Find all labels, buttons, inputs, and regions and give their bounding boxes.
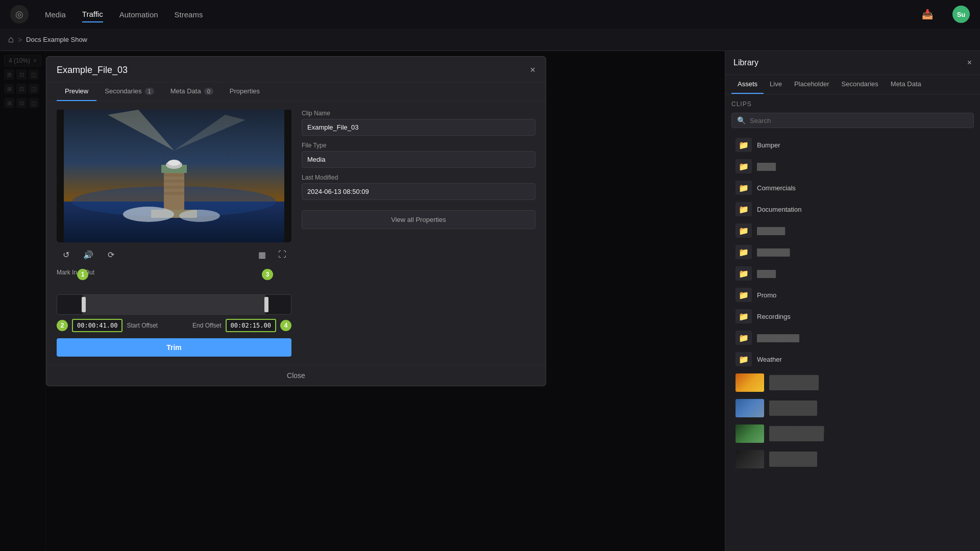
library-body: Clips 🔍 📁 Bumper 📁 ████ 📁 Commercials [725,94,980,551]
video-section: ↺ 🔊 ⟳ ▦ ⛶ Mark In & Out [57,110,291,357]
svg-rect-9 [164,192,184,195]
tab-secondaries[interactable]: Secondaries 1 [96,82,162,101]
modal-body: ↺ 🔊 ⟳ ▦ ⛶ Mark In & Out [46,102,546,365]
folder-name-documentation: Documentation [757,206,801,213]
folder-commercials[interactable]: 📁 Commercials [731,177,974,198]
nav-streams[interactable]: Streams [175,7,203,22]
last-modified-input[interactable] [302,183,535,200]
thumb-cool-2 [736,399,764,417]
folder-10[interactable]: 📁 █████████ [731,327,974,348]
thumb-item-2[interactable]: ████████████████████████ [731,395,974,421]
file-type-row: File Type [302,142,535,168]
lib-tab-live[interactable]: Live [764,75,788,94]
volume-button[interactable]: 🔊 [80,246,96,263]
thumb-box-2 [736,399,764,417]
folder-promo[interactable]: 📁 Promo [731,284,974,306]
lighthouse-image [57,110,291,242]
folder-name-2: ████ [757,163,776,170]
top-navigation: ◎ Media Traffic Automation Streams 📥 Su [0,0,980,29]
svg-rect-7 [164,180,184,183]
folder-5[interactable]: 📁 ██████ [731,220,974,241]
modal-footer: Close [46,365,546,386]
thumb-text-2: ████████████████████████ [769,400,817,416]
last-modified-row: Last Modified [302,174,535,200]
folder-name-10: █████████ [757,334,799,342]
tab-preview[interactable]: Preview [57,82,96,101]
metadata-badge: 0 [204,88,213,95]
file-type-input[interactable] [302,151,535,168]
lib-tab-placeholder[interactable]: Placeholder [788,75,836,94]
thumb-box-1 [736,373,764,392]
folder-2[interactable]: 📁 ████ [731,156,974,177]
folder-name-commercials: Commercials [757,184,796,192]
inbox-icon[interactable]: 📥 [919,6,936,23]
fullscreen-button[interactable]: ⛶ [274,246,290,263]
offset-left: 2 00:00:41.00 Start Offset [57,319,158,332]
tab-properties[interactable]: Properties [222,82,268,101]
thumb-warm-1 [736,373,764,392]
last-modified-label: Last Modified [302,174,535,181]
folder-icon-weather: 📁 [736,352,752,366]
folder-recordings[interactable]: 📁 Recordings [731,306,974,327]
folder-bumper[interactable]: 📁 Bumper [731,134,974,156]
nav-traffic[interactable]: Traffic [82,7,103,22]
secondaries-badge: 1 [145,88,154,95]
library-close-button[interactable]: × [967,58,972,67]
lib-tab-assets[interactable]: Assets [731,75,764,94]
user-avatar[interactable]: Su [952,6,970,23]
folder-documentation[interactable]: 📁 Documentation [731,198,974,220]
modal-tabs: Preview Secondaries 1 Meta Data 0 Proper… [46,82,546,102]
search-box: 🔍 [731,113,974,128]
thumb-text-3: ████ █████ ████████████ [769,426,824,442]
offset-badge-2: 2 [57,320,68,331]
clip-name-input[interactable] [302,119,535,136]
trim-button[interactable]: Trim [57,338,291,357]
offset-row: 2 00:00:41.00 Start Offset End Offset 00… [57,319,291,332]
rewind-button[interactable]: ↺ [58,246,74,263]
file-type-label: File Type [302,142,535,149]
app-logo[interactable]: ◎ [10,5,29,23]
repeat-button[interactable]: ⟳ [103,246,119,263]
modal-close-button[interactable]: × [530,65,535,76]
view-all-properties-button[interactable]: View all Properties [302,210,535,229]
home-icon[interactable]: ⌂ [8,34,14,45]
timeline-handle-right[interactable] [264,297,268,312]
thumb-box-4 [736,450,764,468]
thumb-text-1: ████████ ████████ ████████ [769,375,819,391]
breadcrumb: ⌂ > Docs Example Show [0,29,980,51]
bar-chart-button[interactable]: ▦ [254,246,270,263]
folder-7[interactable]: 📁 ████ [731,263,974,284]
clips-label: Clips [731,101,974,108]
nav-automation[interactable]: Automation [119,7,158,22]
library-title: Library [733,58,758,67]
svg-rect-5 [164,171,184,212]
folder-icon-7: 📁 [736,266,752,281]
thumb-item-3[interactable]: ████ █████ ████████████ [731,421,974,446]
lib-tab-metadata[interactable]: Meta Data [885,75,927,94]
video-controls-left: ↺ 🔊 ⟳ [58,246,119,263]
start-offset-time[interactable]: 00:00:41.00 [72,319,122,332]
end-offset-time[interactable]: 00:02:15.00 [226,319,276,332]
folder-weather[interactable]: 📁 Weather [731,348,974,370]
search-icon: 🔍 [737,116,746,124]
thumb-green-3 [736,424,764,443]
nav-media[interactable]: Media [45,7,66,22]
folder-icon-promo: 📁 [736,288,752,302]
svg-point-12 [168,160,180,166]
lib-tab-secondaries[interactable]: Secondaries [836,75,885,94]
thumb-item-4[interactable]: ████████████████████████ [731,446,974,472]
video-preview-container [57,110,291,242]
timeline-wrapper: 1 3 [57,280,291,315]
folder-name-6: ███████ [757,248,790,256]
tab-metadata[interactable]: Meta Data 0 [162,82,222,101]
modal-close-footer-button[interactable]: Close [287,371,305,380]
folder-6[interactable]: 📁 ███████ [731,241,974,263]
timeline-handle-left[interactable] [82,297,86,312]
search-input[interactable] [750,117,968,124]
timeline[interactable] [57,294,291,315]
svg-point-14 [123,207,174,222]
mark-label: Mark In & Out [57,269,291,276]
folder-icon-5: 📁 [736,223,752,238]
video-preview [57,110,291,242]
thumb-item-1[interactable]: ████████ ████████ ████████ [731,370,974,395]
